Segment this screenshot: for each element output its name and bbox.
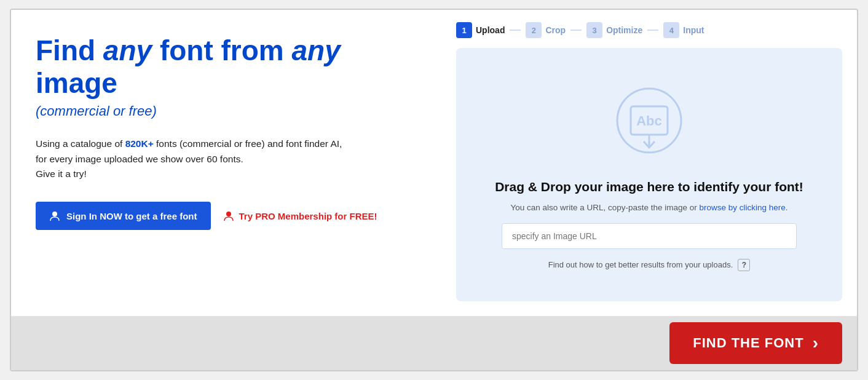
step-3-label: Optimize — [606, 25, 642, 35]
description: Using a catalogue of 820K+ fonts (commer… — [36, 137, 417, 182]
find-font-arrow: › — [813, 333, 819, 353]
step-2-label: Crop — [545, 25, 566, 35]
help-badge[interactable]: ? — [738, 259, 750, 271]
step-2-num: 2 — [526, 22, 542, 38]
user-icon — [49, 210, 60, 221]
user-red-icon — [223, 210, 234, 221]
step-2[interactable]: 2 Crop — [526, 22, 566, 38]
dropzone-icon: Abc — [609, 85, 689, 167]
dropzone-title: Drag & Drop your image here to identify … — [495, 180, 803, 194]
step-sep-2 — [570, 30, 582, 31]
step-sep-3 — [647, 30, 658, 31]
pro-membership-link[interactable]: Try PRO Membership for FREE! — [223, 210, 377, 221]
app-frame: Find any font from any image (commercial… — [10, 9, 858, 371]
dropzone[interactable]: Abc Drag & Drop your image here to ident… — [456, 48, 842, 301]
svg-point-1 — [226, 212, 231, 216]
dropzone-subtitle: You can also write a URL, copy-paste the… — [510, 203, 787, 212]
bottom-bar: FIND THE FONT › — [11, 316, 857, 370]
better-results-text: Find out how to get better results from … — [548, 259, 751, 271]
subheadline: (commercial or free) — [36, 103, 417, 119]
right-panel: 1 Upload 2 Crop 3 Optimize 4 Input — [441, 10, 857, 316]
step-4-label: Input — [683, 25, 704, 35]
svg-text:Abc: Abc — [636, 113, 662, 129]
svg-point-0 — [52, 212, 57, 216]
step-1-label: Upload — [476, 25, 505, 35]
main-content: Find any font from any image (commercial… — [11, 10, 857, 316]
signin-button[interactable]: Sign In NOW to get a free font — [36, 202, 211, 230]
step-3[interactable]: 3 Optimize — [586, 22, 642, 38]
step-3-num: 3 — [586, 22, 602, 38]
step-4[interactable]: 4 Input — [663, 22, 704, 38]
browse-link[interactable]: browse by clicking here. — [700, 203, 788, 212]
main-headline: Find any font from any image — [36, 34, 417, 100]
step-1[interactable]: 1 Upload — [456, 22, 505, 38]
step-1-num: 1 — [456, 22, 472, 38]
step-sep-1 — [510, 30, 521, 31]
abc-drop-icon: Abc — [609, 85, 689, 165]
step-4-num: 4 — [663, 22, 679, 38]
cta-row: Sign In NOW to get a free font Try PRO M… — [36, 202, 417, 230]
left-panel: Find any font from any image (commercial… — [11, 10, 441, 316]
image-url-input[interactable] — [502, 223, 797, 249]
steps-bar: 1 Upload 2 Crop 3 Optimize 4 Input — [456, 22, 842, 38]
find-font-button[interactable]: FIND THE FONT › — [669, 322, 842, 364]
